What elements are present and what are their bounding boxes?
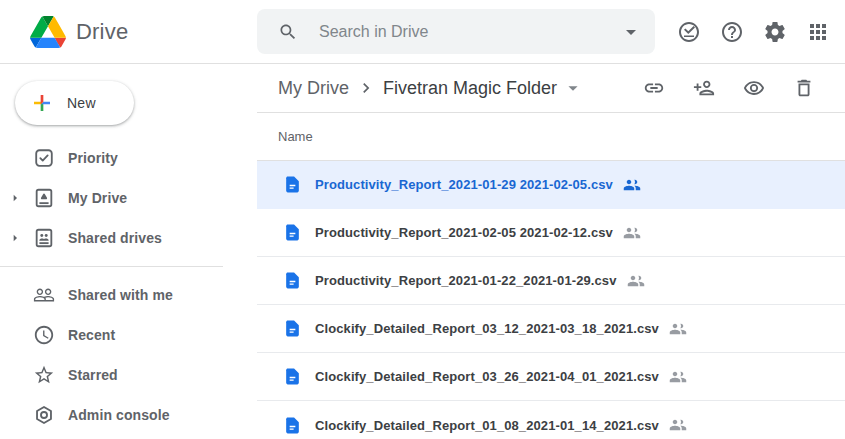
file-list: Productivity_Report_2021-01-29 2021-02-0… — [257, 161, 845, 439]
list-header: Name — [257, 113, 845, 161]
toolbar-actions — [643, 77, 845, 99]
file-row[interactable]: Clockify_Detailed_Report_03_12_2021-03_1… — [257, 305, 845, 353]
sidebar: New Priority My Drive Shared drives — [0, 64, 257, 439]
breadcrumb-my-drive[interactable]: My Drive — [278, 78, 349, 99]
sidebar-item-my-drive[interactable]: My Drive — [0, 178, 257, 218]
app-body: New Priority My Drive Shared drives — [0, 64, 845, 439]
file-row[interactable]: Clockify_Detailed_Report_03_26_2021-04_0… — [257, 353, 845, 401]
shared-people-icon — [623, 176, 641, 194]
csv-file-icon — [283, 223, 302, 242]
brand-name: Drive — [76, 19, 128, 45]
expand-arrow-icon — [0, 287, 30, 303]
sidebar-item-starred[interactable]: Starred — [0, 355, 257, 395]
sidebar-item-admin-console[interactable]: Admin console — [0, 395, 257, 435]
settings-icon[interactable] — [763, 20, 787, 44]
chevron-right-icon — [356, 78, 376, 98]
google-drive-app: Drive Search in Drive — [0, 0, 845, 439]
file-name: Clockify_Detailed_Report_03_26_2021-04_0… — [315, 369, 659, 384]
breadcrumb-current-folder[interactable]: Fivetran Magic Folder — [383, 78, 557, 99]
shared-people-icon — [669, 416, 687, 434]
file-name: Productivity_Report_2021-01-22_2021-01-2… — [315, 273, 617, 288]
sidebar-item-recent[interactable]: Recent — [0, 315, 257, 355]
sidebar-item-priority[interactable]: Priority — [0, 138, 257, 178]
folder-menu-caret-icon[interactable] — [562, 77, 584, 99]
file-browser: My Drive Fivetran Magic Folder — [257, 64, 845, 439]
preview-icon[interactable] — [743, 77, 765, 99]
file-row[interactable]: Productivity_Report_2021-01-29 2021-02-0… — [257, 161, 845, 209]
sidebar-item-label: Shared with me — [68, 287, 173, 303]
sidebar-item-shared-drives[interactable]: Shared drives — [0, 218, 257, 258]
multicolor-plus-icon — [30, 91, 54, 115]
file-name: Productivity_Report_2021-02-05 2021-02-1… — [315, 225, 613, 240]
expand-arrow-icon — [0, 150, 30, 166]
sidebar-item-label: Priority — [68, 150, 118, 166]
new-button[interactable]: New — [15, 81, 134, 125]
sidebar-item-shared-with-me[interactable]: Shared with me — [0, 275, 257, 315]
shared-people-icon — [669, 368, 687, 386]
csv-file-icon — [283, 271, 302, 290]
sidebar-nav: Priority My Drive Shared drives Shared w… — [0, 138, 257, 435]
csv-file-icon — [283, 175, 302, 194]
priority-icon — [33, 147, 55, 169]
breadcrumb: My Drive Fivetran Magic Folder — [278, 77, 584, 99]
name-column-header[interactable]: Name — [278, 129, 313, 144]
trash-icon[interactable] — [793, 77, 815, 99]
sidebar-item-label: My Drive — [68, 190, 127, 206]
drive-logo-icon — [30, 16, 66, 48]
file-name: Clockify_Detailed_Report_03_12_2021-03_1… — [315, 321, 659, 336]
help-icon[interactable] — [720, 20, 744, 44]
expand-arrow-icon[interactable] — [0, 190, 30, 206]
offline-status-icon[interactable] — [677, 20, 701, 44]
expand-arrow-icon — [0, 407, 30, 423]
expand-arrow-icon[interactable] — [0, 230, 30, 246]
file-row[interactable]: Productivity_Report_2021-01-22_2021-01-2… — [257, 257, 845, 305]
recent-icon — [33, 324, 55, 346]
starred-icon — [33, 364, 55, 386]
expand-arrow-icon — [0, 367, 30, 383]
add-people-icon[interactable] — [693, 77, 715, 99]
sidebar-item-label: Admin console — [68, 407, 170, 423]
new-button-label: New — [67, 95, 96, 111]
sidebar-item-label: Starred — [68, 367, 118, 383]
google-apps-icon[interactable] — [806, 20, 830, 44]
shared-people-icon — [669, 320, 687, 338]
search-options-caret-icon[interactable] — [619, 20, 643, 44]
shared-people-icon — [623, 224, 641, 242]
expand-arrow-icon — [0, 327, 30, 343]
csv-file-icon — [283, 367, 302, 386]
topbar: Drive Search in Drive — [0, 0, 845, 64]
drive-home-link[interactable]: Drive — [0, 16, 257, 48]
file-row[interactable]: Clockify_Detailed_Report_01_08_2021-01_1… — [257, 401, 845, 439]
search-input[interactable]: Search in Drive — [319, 23, 619, 41]
sharedwithme-icon — [33, 284, 55, 306]
file-name: Clockify_Detailed_Report_01_08_2021-01_1… — [315, 418, 659, 433]
sidebar-item-label: Recent — [68, 327, 115, 343]
shared-people-icon — [627, 272, 645, 290]
mydrive-icon — [33, 187, 55, 209]
shareddrives-icon — [33, 227, 55, 249]
admin-icon — [33, 404, 55, 426]
folder-toolbar: My Drive Fivetran Magic Folder — [257, 64, 845, 113]
file-name: Productivity_Report_2021-01-29 2021-02-0… — [315, 177, 613, 192]
csv-file-icon — [283, 416, 302, 435]
sidebar-divider — [0, 266, 223, 267]
file-row[interactable]: Productivity_Report_2021-02-05 2021-02-1… — [257, 209, 845, 257]
topbar-actions — [677, 20, 845, 44]
search-icon — [278, 22, 298, 42]
csv-file-icon — [283, 319, 302, 338]
search-bar[interactable]: Search in Drive — [257, 9, 655, 54]
get-link-icon[interactable] — [643, 77, 665, 99]
sidebar-item-label: Shared drives — [68, 230, 162, 246]
